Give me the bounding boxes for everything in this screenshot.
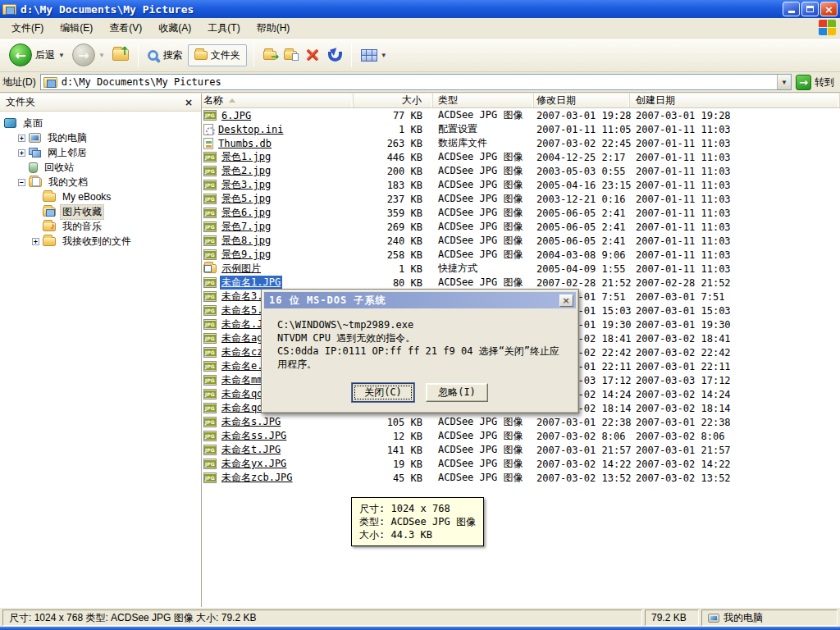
- minimize-button[interactable]: [783, 2, 800, 16]
- forward-dropdown-icon[interactable]: ▼: [98, 52, 105, 59]
- file-name[interactable]: 6.JPG: [220, 110, 253, 121]
- up-button[interactable]: ↑: [110, 48, 131, 62]
- file-name[interactable]: 景色9.jpg: [220, 248, 272, 262]
- file-name[interactable]: 示例图片: [220, 262, 262, 276]
- folders-button[interactable]: 文件夹: [188, 44, 247, 66]
- column-header-类型[interactable]: 类型: [433, 94, 534, 107]
- file-name[interactable]: 未命名ag: [220, 331, 264, 345]
- file-name[interactable]: Thumbs.db: [217, 138, 273, 149]
- table-row[interactable]: 未命名yx.JPG19 KBACDSee JPG 图像2007-03-02 14…: [202, 457, 840, 471]
- search-label: 搜索: [163, 48, 183, 62]
- file-name[interactable]: 未命名5.: [220, 304, 264, 317]
- forward-button[interactable]: → ▼: [70, 42, 107, 68]
- menu-item-工具(T)[interactable]: 工具(T): [199, 20, 248, 36]
- table-row[interactable]: 6.JPG77 KBACDSee JPG 图像2007-03-01 19:282…: [202, 108, 840, 122]
- tree-expander-icon[interactable]: +: [18, 149, 25, 157]
- address-dropdown-button[interactable]: ▼: [777, 75, 791, 89]
- tree-item-我的电脑[interactable]: +我的电脑: [0, 130, 201, 145]
- file-name[interactable]: 未命名1.JPG: [220, 276, 282, 290]
- menu-item-文件(F)[interactable]: 文件(F): [3, 20, 52, 36]
- file-created-cell: 2007-03-02 13:52: [630, 472, 840, 484]
- file-name[interactable]: 未命名t.JPG: [220, 443, 282, 457]
- file-name[interactable]: 景色1.jpg: [220, 150, 272, 164]
- tree-item-网上邻居[interactable]: +网上邻居: [0, 145, 201, 160]
- table-row[interactable]: 景色3.jpg183 KBACDSee JPG 图像2005-04-16 23:…: [202, 178, 840, 192]
- copy-to-button[interactable]: [281, 49, 299, 62]
- table-row[interactable]: 景色1.jpg446 KBACDSee JPG 图像2004-12-25 2:1…: [202, 150, 840, 164]
- close-button[interactable]: ×: [820, 2, 838, 16]
- move-to-button[interactable]: →: [261, 49, 279, 62]
- table-row[interactable]: 示例图片1 KB快捷方式2005-04-09 1:552007-01-11 11…: [202, 262, 840, 276]
- table-row[interactable]: 景色5.jpg237 KBACDSee JPG 图像2003-12-21 0:1…: [202, 192, 840, 206]
- table-row[interactable]: 未命名s.JPG105 KBACDSee JPG 图像2007-03-01 22…: [202, 415, 840, 429]
- tree-item-回收站[interactable]: 回收站: [0, 160, 201, 175]
- status-size: 79.2 KB: [645, 609, 699, 626]
- tree-expander-icon[interactable]: +: [18, 135, 25, 142]
- table-row[interactable]: 未命名1.JPG80 KBACDSee JPG 图像2007-02-28 21:…: [202, 276, 840, 290]
- table-row[interactable]: Desktop.ini1 KB配置设置2007-01-11 11:052007-…: [202, 122, 840, 136]
- address-value[interactable]: d:\My Documents\My Pictures: [62, 76, 221, 88]
- restore-button[interactable]: [801, 2, 819, 16]
- column-header-名称[interactable]: 名称: [202, 94, 354, 107]
- table-row[interactable]: 景色9.jpg258 KBACDSee JPG 图像2004-03-08 9:0…: [202, 248, 840, 262]
- table-row[interactable]: 未命名zcb.JPG45 KBACDSee JPG 图像2007-03-02 1…: [202, 471, 840, 485]
- menu-item-帮助(H)[interactable]: 帮助(H): [249, 20, 299, 36]
- file-name[interactable]: Desktop.ini: [217, 124, 285, 135]
- file-name[interactable]: 未命名cz: [220, 345, 264, 359]
- file-name[interactable]: 未命名mm: [220, 373, 264, 387]
- table-row[interactable]: Thumbs.db263 KB数据库文件2007-03-02 22:452007…: [202, 136, 840, 150]
- tree-item-我接收到的文件[interactable]: +我接收到的文件: [0, 234, 201, 249]
- menu-item-查看(V)[interactable]: 查看(V): [101, 20, 150, 36]
- file-modified-cell: 2007-03-02 14:22: [534, 459, 630, 470]
- menu-item-编辑(E)[interactable]: 编辑(E): [52, 20, 101, 36]
- file-modified-cell: 2007-03-02 13:52: [534, 472, 630, 484]
- tree-item-My eBooks[interactable]: My eBooks: [0, 189, 201, 204]
- column-header-修改日期[interactable]: 修改日期: [534, 94, 630, 107]
- file-name[interactable]: 未命名3.: [220, 290, 264, 304]
- tree-item-桌面[interactable]: 桌面: [0, 116, 201, 130]
- file-name[interactable]: 景色5.jpg: [220, 192, 272, 206]
- file-name[interactable]: 未命名s.JPG: [220, 415, 282, 429]
- tree-item-图片收藏[interactable]: 图片收藏: [0, 204, 201, 219]
- table-row[interactable]: 未命名ss.JPG12 KBACDSee JPG 图像2007-03-02 8:…: [202, 429, 840, 443]
- address-combo[interactable]: d:\My Documents\My Pictures ▼: [40, 74, 792, 90]
- table-row[interactable]: 景色6.jpg359 KBACDSee JPG 图像2005-06-05 2:4…: [202, 206, 840, 220]
- table-row[interactable]: 景色2.jpg200 KBACDSee JPG 图像2003-05-03 0:5…: [202, 164, 840, 178]
- column-header-大小[interactable]: 大小: [354, 94, 433, 107]
- file-name[interactable]: 未命名yx.JPG: [220, 457, 288, 471]
- folders-pane-close-icon[interactable]: ×: [182, 96, 195, 108]
- undo-button[interactable]: [326, 47, 345, 63]
- go-button[interactable]: → 转到: [796, 75, 838, 90]
- table-row[interactable]: 景色8.jpg240 KBACDSee JPG 图像2005-06-05 2:4…: [202, 234, 840, 248]
- toolbar: ← 后退 ▼ → ▼ ↑ 搜索 文件夹 →: [0, 39, 840, 72]
- tree-item-我的音乐[interactable]: 我的音乐: [0, 219, 201, 234]
- file-name[interactable]: 未命名ss.JPG: [220, 429, 288, 443]
- table-row[interactable]: 景色7.jpg269 KBACDSee JPG 图像2005-06-05 2:4…: [202, 220, 840, 234]
- file-modified-cell: 2005-06-05 2:41: [534, 235, 630, 247]
- file-name[interactable]: 未命名.J: [220, 317, 264, 331]
- file-name[interactable]: 景色3.jpg: [220, 178, 272, 192]
- file-name[interactable]: 景色2.jpg: [220, 164, 272, 178]
- tree-expander-icon[interactable]: −: [18, 179, 25, 186]
- dialog-title-bar[interactable]: 16 位 MS-DOS 子系统 ×: [264, 292, 576, 308]
- file-name[interactable]: 景色7.jpg: [220, 220, 272, 234]
- tree-expander-icon[interactable]: +: [32, 238, 39, 245]
- menu-item-收藏(A)[interactable]: 收藏(A): [150, 20, 199, 36]
- views-button[interactable]: ▼: [358, 48, 390, 63]
- tree-label: 回收站: [42, 160, 76, 176]
- file-name[interactable]: 景色8.jpg: [220, 234, 272, 248]
- table-row[interactable]: 未命名t.JPG141 KBACDSee JPG 图像2007-03-01 21…: [202, 443, 840, 457]
- file-name[interactable]: 未命名e.: [220, 359, 264, 373]
- dialog-button-忽略(I)[interactable]: 忽略(I): [426, 383, 488, 402]
- tree-item-我的文档[interactable]: −我的文档: [0, 175, 201, 189]
- delete-button[interactable]: [302, 45, 323, 65]
- dialog-close-icon[interactable]: ×: [559, 294, 573, 307]
- search-button[interactable]: 搜索: [145, 47, 185, 64]
- dialog-button-关闭(C)[interactable]: 关闭(C): [352, 383, 414, 402]
- column-header-创建日期[interactable]: 创建日期: [630, 94, 840, 107]
- file-type-cell: ACDSee JPG 图像: [433, 248, 534, 262]
- back-button[interactable]: ← 后退 ▼: [7, 42, 67, 68]
- file-name[interactable]: 景色6.jpg: [220, 206, 272, 220]
- back-dropdown-icon[interactable]: ▼: [58, 52, 65, 59]
- file-name[interactable]: 未命名zcb.JPG: [220, 471, 294, 485]
